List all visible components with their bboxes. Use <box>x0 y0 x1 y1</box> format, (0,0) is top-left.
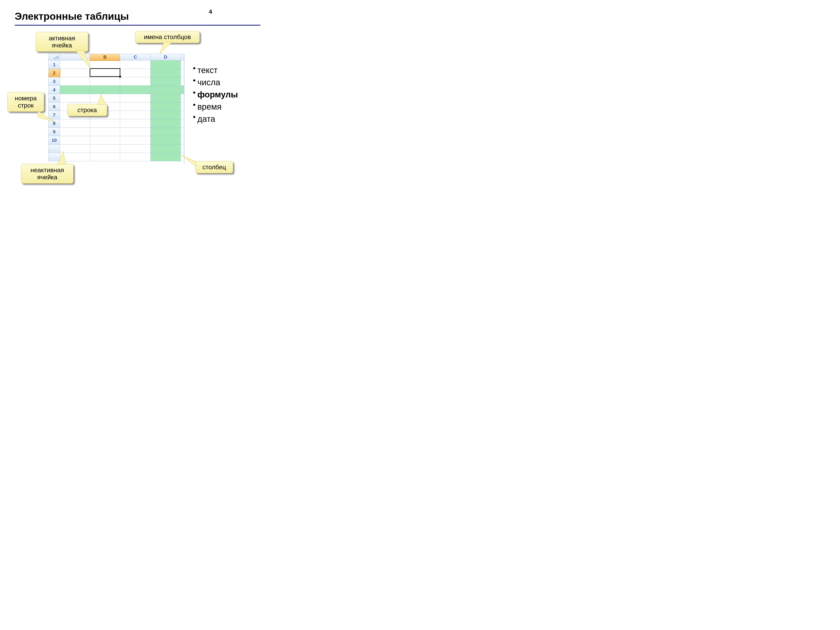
cell-E2[interactable] <box>181 69 184 77</box>
page-title: Электронные таблицы <box>15 11 129 22</box>
callout-column-names: имена столбцов <box>135 31 200 43</box>
cell-A3[interactable] <box>60 77 90 86</box>
cell-D10[interactable] <box>150 136 181 144</box>
callout-row-numbers-tail <box>38 111 61 126</box>
cell-D8[interactable] <box>150 119 181 128</box>
svg-marker-2 <box>159 42 172 54</box>
row-header-6[interactable]: 6 <box>49 103 60 111</box>
cell-E1[interactable] <box>181 60 184 69</box>
cell-B9[interactable] <box>90 128 120 136</box>
cell-D7[interactable] <box>150 111 181 119</box>
callout-row-numbers: номера строк <box>7 92 44 112</box>
list-item-label: дата <box>197 113 215 125</box>
column-header-E[interactable] <box>181 54 184 60</box>
callout-column-names-tail <box>159 42 177 57</box>
row-header-2[interactable]: 2 <box>49 69 60 77</box>
callout-inactive-cell-tail <box>57 151 69 166</box>
cell-B4[interactable] <box>90 86 120 94</box>
cell-E4[interactable] <box>181 86 184 94</box>
cell-E9[interactable] <box>181 128 184 136</box>
svg-marker-1 <box>76 51 91 69</box>
callout-inactive-cell: неактивная ячейка <box>21 164 74 183</box>
svg-marker-4 <box>98 95 106 104</box>
svg-marker-3 <box>38 111 55 122</box>
callout-row-tail <box>95 95 111 107</box>
column-header-C[interactable]: C <box>120 54 150 60</box>
callout-active-cell-tail <box>76 51 95 72</box>
row-header-10[interactable]: 10 <box>49 136 60 144</box>
cell-C4[interactable] <box>120 86 150 94</box>
cell-A4[interactable] <box>60 86 90 94</box>
cell-C1[interactable] <box>120 60 150 69</box>
row-header-5[interactable]: 5 <box>49 94 60 103</box>
cell-B12[interactable] <box>90 153 120 161</box>
cell-D11[interactable] <box>150 144 181 153</box>
callout-active-cell: активная ячейка <box>36 32 88 52</box>
slide: 4 Электронные таблицы BCD12345678910 акт… <box>0 0 273 205</box>
cell-E7[interactable] <box>181 111 184 119</box>
title-underline <box>15 25 261 25</box>
active-cell-handle <box>119 76 121 77</box>
cell-D6[interactable] <box>150 103 181 111</box>
svg-marker-0 <box>52 55 58 59</box>
cell-E3[interactable] <box>181 77 184 86</box>
cell-B8[interactable] <box>90 119 120 128</box>
cell-D1[interactable] <box>150 60 181 69</box>
cell-B11[interactable] <box>90 144 120 153</box>
cell-C12[interactable] <box>120 153 150 161</box>
cell-E8[interactable] <box>181 119 184 128</box>
list-item: текст <box>193 64 238 76</box>
cell-C2[interactable] <box>120 69 150 77</box>
cell-C11[interactable] <box>120 144 150 153</box>
cell-D9[interactable] <box>150 128 181 136</box>
callout-column-tail <box>181 154 199 169</box>
list-item-label: формулы <box>197 88 238 101</box>
row-header-1[interactable]: 1 <box>49 60 60 69</box>
row-header-9[interactable]: 9 <box>49 128 60 136</box>
cell-B10[interactable] <box>90 136 120 144</box>
row-header-4[interactable]: 4 <box>49 86 60 94</box>
cell-E11[interactable] <box>181 144 184 153</box>
row-header-3[interactable]: 3 <box>49 77 60 86</box>
svg-marker-5 <box>58 151 66 164</box>
cell-C6[interactable] <box>120 103 150 111</box>
cell-A5[interactable] <box>60 94 90 103</box>
list-item: числа <box>193 76 238 88</box>
cell-E6[interactable] <box>181 103 184 111</box>
callout-column: столбец <box>195 161 233 173</box>
cell-C3[interactable] <box>120 77 150 86</box>
cell-A10[interactable] <box>60 136 90 144</box>
cell-D5[interactable] <box>150 94 181 103</box>
cell-D2[interactable] <box>150 69 181 77</box>
list-item: время <box>193 101 238 113</box>
cell-D4[interactable] <box>150 86 181 94</box>
svg-marker-6 <box>181 154 196 167</box>
cell-A9[interactable] <box>60 128 90 136</box>
list-item-label: время <box>197 101 221 113</box>
cell-C8[interactable] <box>120 119 150 128</box>
cell-D12[interactable] <box>150 153 181 161</box>
list-item: формулы <box>193 88 238 101</box>
list-item: дата <box>193 113 238 125</box>
cell-C10[interactable] <box>120 136 150 144</box>
cell-C9[interactable] <box>120 128 150 136</box>
cell-C5[interactable] <box>120 94 150 103</box>
list-item-label: текст <box>197 64 218 76</box>
cell-E10[interactable] <box>181 136 184 144</box>
cell-D3[interactable] <box>150 77 181 86</box>
cell-C7[interactable] <box>120 111 150 119</box>
cell-B3[interactable] <box>90 77 120 86</box>
list-item-label: числа <box>197 76 220 88</box>
cell-E5[interactable] <box>181 94 184 103</box>
page-number: 4 <box>209 8 212 15</box>
cell-A8[interactable] <box>60 119 90 128</box>
data-type-list: текстчислаформулывремядата <box>193 64 238 125</box>
select-all-corner[interactable] <box>49 54 60 60</box>
